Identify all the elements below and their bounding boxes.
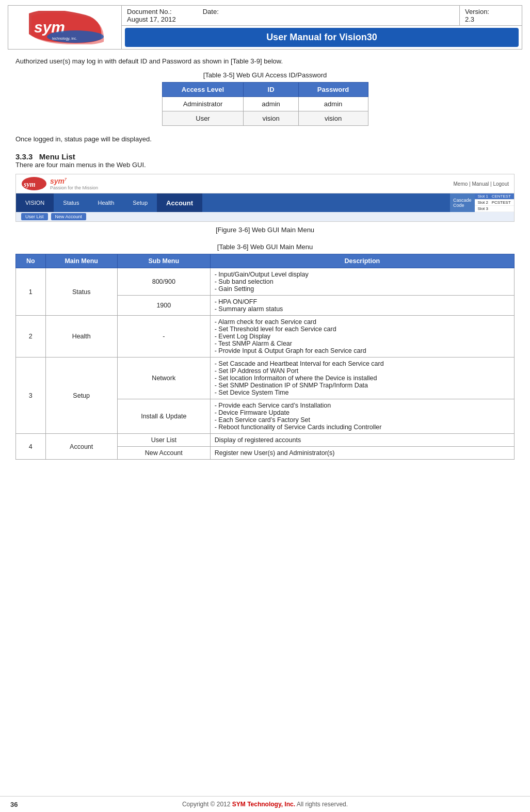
gui-logo-area: sym sym7 Passion for the Mission <box>21 176 98 191</box>
page-number: 36 <box>10 801 18 808</box>
section-subtitle: There are four main menus in the Web GUI… <box>15 161 515 169</box>
nav-health[interactable]: Health <box>88 193 123 212</box>
cascade-label: Cascade <box>453 198 472 203</box>
col-id: ID <box>244 83 298 97</box>
section-number: 3.3.3 Menu List <box>15 152 75 161</box>
nav-account[interactable]: Account <box>157 193 202 212</box>
sub-new-account[interactable]: New Account <box>51 213 87 220</box>
table-row: Uservisionvision <box>162 111 368 126</box>
sym-logo-icon: sym technology, inc. <box>24 11 106 44</box>
table-row: 2Health-- Alarm check for each Service c… <box>16 316 515 358</box>
table-row: 4AccountUser ListDisplay of registered a… <box>16 434 515 447</box>
intro-text: Authorized user(s) may log in with defau… <box>15 57 515 65</box>
gui-cascade: Cascade Code <box>450 193 475 212</box>
svg-text:technology, inc.: technology, inc. <box>52 37 77 41</box>
th-main-menu: Main Menu <box>45 254 117 268</box>
header-meta: Document No.: Date: August 17, 2012 Vers… <box>122 6 522 26</box>
page-header: sym technology, inc. Document No.: Date:… <box>8 5 522 50</box>
document-title: User Manual for Vision30 <box>125 28 519 47</box>
nav-setup[interactable]: Setup <box>123 193 157 212</box>
main-menu-table: No Main Menu Sub Menu Description 1Statu… <box>15 254 515 460</box>
main-content: Authorized user(s) may log in with defau… <box>0 50 530 467</box>
gui-slots: Slot 1 CENTEST Slot 2 PCSTEST Slot 3 <box>475 193 514 212</box>
table-row: 1Status800/900- Input/Gain/Output Level … <box>16 268 515 296</box>
doc-no-label: Document No.: <box>127 8 172 15</box>
figure-caption: [Figure 3-6] Web GUI Main Menu <box>15 226 515 234</box>
col-password: Password <box>298 83 368 97</box>
section-heading-area: 3.3.3 Menu List <box>15 152 515 161</box>
gui-slot-1: Slot 1 CENTEST <box>475 193 514 200</box>
logo-area: sym technology, inc. <box>8 6 122 49</box>
gui-logo-sub: Passion for the Mission <box>50 185 98 190</box>
gui-navbar: VISION Status Health Setup Account Casca… <box>16 193 514 212</box>
gui-slot-3: Slot 3 <box>475 206 514 212</box>
logged-in-text: Once logged in, status page will be disp… <box>15 135 515 143</box>
gui-toplinks: Memo | Manual | Logout <box>454 181 509 187</box>
gui-topbar: sym sym7 Passion for the Mission Memo | … <box>16 174 514 193</box>
version-label: Version: <box>465 8 489 15</box>
date-value: August 17, 2012 <box>127 15 176 23</box>
version-info: Version: 2.3 <box>460 6 522 25</box>
sub-user-list[interactable]: User List <box>21 213 48 220</box>
page-footer: 36 Copyright © 2012 SYM Technology, Inc.… <box>0 796 530 812</box>
company-name: SYM Technology, Inc. <box>232 801 295 808</box>
col-access-level: Access Level <box>162 83 244 97</box>
date-label: Date: <box>203 8 219 15</box>
gui-subbar: User List New Account <box>16 212 514 221</box>
header-right: Document No.: Date: August 17, 2012 Vers… <box>122 6 522 49</box>
code-label: Code <box>453 203 472 208</box>
gui-mockup: sym sym7 Passion for the Mission Memo | … <box>15 174 515 222</box>
th-sub-menu: Sub Menu <box>117 254 210 268</box>
doc-info: Document No.: Date: August 17, 2012 <box>122 6 460 25</box>
version-value: 2.3 <box>465 15 474 23</box>
gui-logo-icon: sym <box>21 176 47 191</box>
table35-caption: [Table 3-5] Web GUI Access ID/Password <box>15 71 515 79</box>
gui-slot-2: Slot 2 PCSTEST <box>475 200 514 206</box>
th-no: No <box>16 254 46 268</box>
table36-caption: [Table 3-6] Web GUI Main Menu <box>15 243 515 251</box>
svg-text:sym: sym <box>23 181 36 188</box>
nav-status[interactable]: Status <box>54 193 88 212</box>
table-row: Administratoradminadmin <box>162 97 368 111</box>
gui-logo-text: sym7 <box>50 177 98 185</box>
th-description: Description <box>210 254 514 268</box>
table-row: 3SetupNetwork- Set Cascade and Heartbeat… <box>16 358 515 399</box>
copyright-text: Copyright © 2012 SYM Technology, Inc. Al… <box>182 801 348 808</box>
nav-vision[interactable]: VISION <box>16 193 54 212</box>
access-table: Access Level ID Password Administratorad… <box>162 82 368 126</box>
